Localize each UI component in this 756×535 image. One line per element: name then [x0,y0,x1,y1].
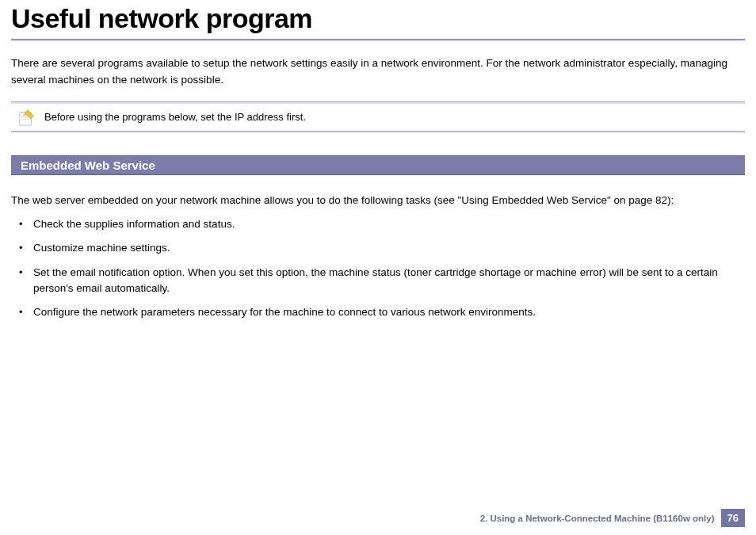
list-item: Configure the network parameters necessa… [19,304,745,320]
page-title: Useful network program [0,0,756,39]
bullet-list: Check the supplies information and statu… [0,216,756,320]
note-divider-bottom [11,131,745,133]
list-item: Customize machine settings. [19,240,745,256]
page-number: 76 [721,509,745,527]
section-intro: The web server embedded on your network … [0,175,756,216]
footer: 2. Using a Network-Connected Machine (B1… [480,509,745,527]
intro-paragraph: There are several programs available to … [0,41,756,101]
note-icon [17,109,35,126]
list-item: Set the email notification option. When … [19,265,745,297]
note-text: Before using the programs below, set the… [44,111,306,123]
list-item: Check the supplies information and statu… [19,216,745,232]
section-title: Embedded Web Service [21,159,734,172]
footer-chapter: 2. Using a Network-Connected Machine (B1… [480,514,715,523]
note-block: Before using the programs below, set the… [11,101,745,133]
section-header: Embedded Web Service [11,155,745,175]
